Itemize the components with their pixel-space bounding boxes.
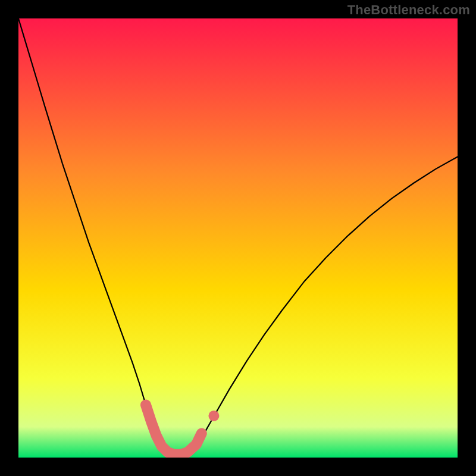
highlight-dot	[208, 411, 219, 421]
outer-frame: TheBottleneck.com	[0, 0, 476, 476]
gradient-background	[18, 18, 458, 458]
watermark-text: TheBottleneck.com	[347, 2, 470, 18]
plot-svg	[18, 18, 458, 458]
plot-area	[18, 18, 458, 458]
